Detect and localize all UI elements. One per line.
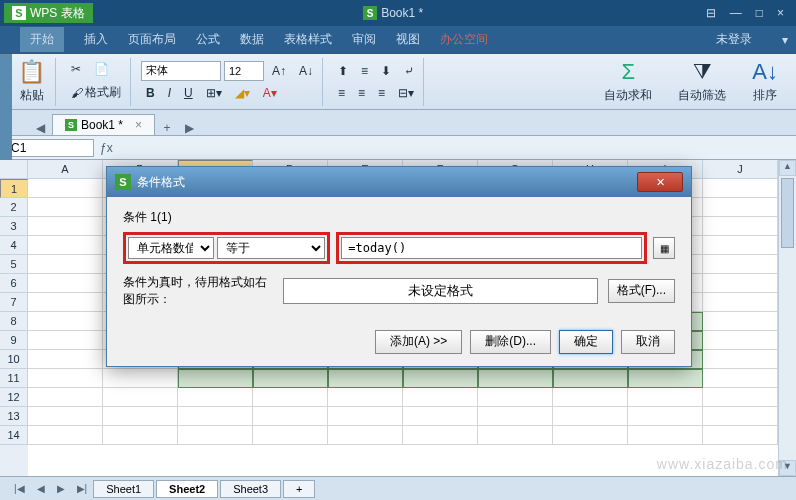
highlight-box: 单元格数值 等于 [123, 232, 330, 264]
row-header[interactable]: 11 [0, 369, 28, 388]
dialog-titlebar[interactable]: S 条件格式 ✕ [107, 167, 691, 197]
menu-office[interactable]: 办公空间 [440, 31, 488, 48]
condition-value-input[interactable] [341, 237, 642, 259]
format-brush-button[interactable]: 🖌 格式刷 [66, 81, 126, 104]
italic-button[interactable]: I [163, 83, 176, 103]
window-mystery-icon[interactable]: ⊟ [706, 6, 716, 20]
scroll-up-icon[interactable]: ▲ [779, 160, 796, 176]
doc-tab[interactable]: S Book1 * × [52, 114, 155, 135]
doc-tabs: ◀ S Book1 * × + ▶ [0, 110, 796, 136]
copy-button[interactable]: 📄 [89, 59, 114, 79]
dialog-close-button[interactable]: ✕ [637, 172, 683, 192]
col-header[interactable]: J [703, 160, 778, 179]
cut-button[interactable]: ✂ [66, 59, 86, 79]
autosum-button[interactable]: Σ 自动求和 [598, 57, 658, 106]
bold-button[interactable]: B [141, 83, 160, 103]
menu-view[interactable]: 视图 [396, 31, 420, 48]
sheet-tab[interactable]: Sheet2 [156, 480, 218, 498]
col-header[interactable]: A [28, 160, 103, 179]
row-header[interactable]: 7 [0, 293, 28, 312]
login-status[interactable]: 未登录 [716, 31, 752, 48]
sort-icon: A↓ [752, 59, 778, 85]
align-bottom-button[interactable]: ⬇ [376, 61, 396, 81]
tab-close-icon[interactable]: × [135, 118, 142, 132]
menu-start[interactable]: 开始 [20, 27, 64, 52]
align-right-button[interactable]: ≡ [373, 83, 390, 103]
underline-button[interactable]: U [179, 83, 198, 103]
row-header[interactable]: 9 [0, 331, 28, 350]
corner-cell[interactable] [0, 160, 28, 179]
name-box[interactable]: C1 [4, 139, 94, 157]
menu-review[interactable]: 审阅 [352, 31, 376, 48]
menu-insert[interactable]: 插入 [84, 31, 108, 48]
fx-icon[interactable]: ƒx [100, 141, 113, 155]
row-header[interactable]: 6 [0, 274, 28, 293]
highlight-box [336, 232, 647, 264]
row-header[interactable]: 12 [0, 388, 28, 407]
add-condition-button[interactable]: 添加(A) >> [375, 330, 462, 354]
autofilter-button[interactable]: ⧩ 自动筛选 [672, 57, 732, 106]
font-select[interactable] [141, 61, 221, 81]
scroll-thumb[interactable] [781, 178, 794, 248]
titlebar: S WPS 表格 S Book1 * ⊟ — □ × [0, 0, 796, 26]
statusbar: |◀ ◀ ▶ ▶| Sheet1 Sheet2 Sheet3 + [0, 476, 796, 500]
wrap-button[interactable]: ⤶ [399, 61, 419, 81]
tab-add-icon[interactable]: + [157, 121, 177, 135]
ok-button[interactable]: 确定 [559, 330, 613, 354]
align-left-button[interactable]: ≡ [333, 83, 350, 103]
merge-button[interactable]: ⊟▾ [393, 83, 419, 103]
row-header[interactable]: 14 [0, 426, 28, 445]
condition-target-select[interactable]: 单元格数值 [128, 237, 214, 259]
row-header[interactable]: 8 [0, 312, 28, 331]
row-header[interactable]: 4 [0, 236, 28, 255]
sheet-tab[interactable]: Sheet3 [220, 480, 281, 498]
decrease-font-button[interactable]: A↓ [294, 61, 318, 81]
sheet-nav-first-icon[interactable]: |◀ [8, 481, 31, 496]
range-picker-button[interactable]: ▦ [653, 237, 675, 259]
border-button[interactable]: ⊞▾ [201, 83, 227, 103]
row-header[interactable]: 2 [0, 198, 28, 217]
increase-font-button[interactable]: A↑ [267, 61, 291, 81]
align-middle-button[interactable]: ≡ [356, 61, 373, 81]
condition-operator-select[interactable]: 等于 [217, 237, 325, 259]
paste-button[interactable]: 📋 粘贴 [12, 57, 51, 106]
align-top-button[interactable]: ⬆ [333, 61, 353, 81]
sort-button[interactable]: A↓ 排序 [746, 57, 784, 106]
row-header[interactable]: 5 [0, 255, 28, 274]
window-minimize-icon[interactable]: — [730, 6, 742, 20]
tab-prev-icon[interactable]: ◀ [30, 121, 50, 135]
font-color-button[interactable]: A▾ [258, 83, 282, 103]
sheet-nav-prev-icon[interactable]: ◀ [31, 481, 51, 496]
window-maximize-icon[interactable]: □ [756, 6, 763, 20]
app-logo-icon: S [12, 6, 26, 20]
row-header[interactable]: 1 [0, 179, 28, 198]
paste-label: 粘贴 [20, 87, 44, 104]
sheet-tab[interactable]: Sheet1 [93, 480, 154, 498]
align-center-button[interactable]: ≡ [353, 83, 370, 103]
menu-dropdown-icon[interactable]: ▾ [782, 33, 788, 47]
cancel-button[interactable]: 取消 [621, 330, 675, 354]
format-button[interactable]: 格式(F)... [608, 279, 675, 303]
row-header[interactable]: 3 [0, 217, 28, 236]
menu-formula[interactable]: 公式 [196, 31, 220, 48]
row-header[interactable]: 10 [0, 350, 28, 369]
sheet-tab-add[interactable]: + [283, 480, 315, 498]
fill-color-button[interactable]: ◢▾ [230, 83, 255, 103]
window-close-icon[interactable]: × [777, 6, 784, 20]
tab-next-icon[interactable]: ▶ [179, 121, 199, 135]
scroll-down-icon[interactable]: ▼ [779, 460, 796, 476]
sigma-icon: Σ [622, 59, 636, 85]
menu-layout[interactable]: 页面布局 [128, 31, 176, 48]
size-select[interactable] [224, 61, 264, 81]
menu-style[interactable]: 表格样式 [284, 31, 332, 48]
row-header[interactable]: 13 [0, 407, 28, 426]
sheet-nav-last-icon[interactable]: ▶| [71, 481, 94, 496]
app-name: WPS 表格 [30, 5, 85, 22]
delete-condition-button[interactable]: 删除(D)... [470, 330, 551, 354]
sheet-nav-next-icon[interactable]: ▶ [51, 481, 71, 496]
app-badge: S WPS 表格 [4, 3, 93, 23]
vertical-scrollbar[interactable]: ▲ ▼ [778, 160, 796, 476]
menu-data[interactable]: 数据 [240, 31, 264, 48]
format-hint-label: 条件为真时，待用格式如右图所示： [123, 274, 273, 308]
tab-doc-icon: S [65, 119, 77, 131]
